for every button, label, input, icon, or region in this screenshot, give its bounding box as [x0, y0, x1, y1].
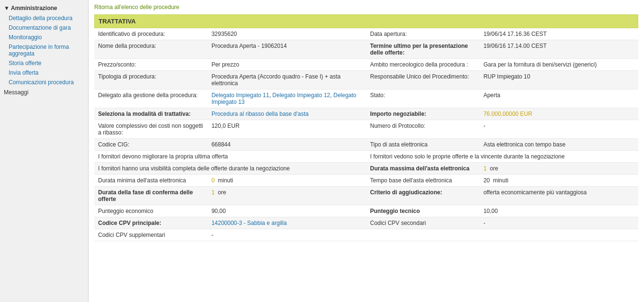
table-row: Seleziona la modalità di trattativa: Pro…	[94, 108, 638, 120]
value-durata-massima: 1 ore	[479, 163, 638, 175]
label-tipo-asta: Tipo di asta elettronica	[366, 139, 480, 151]
value-ambito: Gara per la fornitura di beni/servizi (g…	[479, 59, 638, 71]
table-row: Durata della fase di conferma delle offe…	[94, 187, 638, 205]
sidebar-item-messaggi[interactable]: Messaggi	[0, 87, 88, 97]
sidebar-item-monitoraggio[interactable]: Monitoraggio	[0, 33, 88, 42]
tempo-base-num: 20	[483, 177, 489, 184]
value-modalita: Procedura al ribasso della base d'asta	[208, 108, 366, 120]
label-criterio: Criterio di aggiudicazione:	[366, 187, 480, 205]
value-fornitori-migliorare: I fornitori devono migliorare la propria…	[94, 151, 366, 163]
label-nome-procedura: Nome della procedura:	[94, 40, 208, 59]
value-prezzo: Per prezzo	[208, 59, 366, 71]
durata-conferma-num: 1	[211, 189, 215, 196]
value-delegato: Delegato Impiegato 11, Delegato Impiegat…	[208, 89, 366, 108]
cpv-principale-link[interactable]: 14200000-3 - Sabbia e argilla	[211, 220, 287, 226]
durata-massima-num: 1	[483, 165, 487, 172]
value-punteggio-tec: 10,00	[479, 205, 638, 217]
label-delegato: Delegato alla gestione della procedura:	[94, 89, 208, 108]
value-punteggio-eco: 90,00	[208, 205, 366, 217]
sidebar-item-dettaglio[interactable]: Dettaglio della procedura	[0, 13, 88, 23]
label-punteggio-eco: Punteggio economico	[94, 205, 208, 217]
value-cpv-supplementari: -	[208, 229, 366, 241]
value-termine: 19/06/16 17.14.00 CEST	[479, 40, 638, 59]
value-protocollo: -	[479, 120, 638, 139]
value-nome-procedura: Procedura Aperta - 19062014	[208, 40, 366, 59]
table-row: Codice CIG: 668844 Tipo di asta elettron…	[94, 139, 638, 151]
label-durata-minima: Durata minima dell'asta elettronica	[94, 175, 208, 187]
table-row: Punteggio economico 90,00 Punteggio tecn…	[94, 205, 638, 217]
label-stato: Stato:	[366, 89, 480, 108]
value-data-apertura: 19/06/14 17.16.36 CEST	[479, 28, 638, 40]
modalita-link[interactable]: Procedura al ribasso della base d'asta	[211, 111, 309, 117]
value-tipo-asta: Asta elettronica con tempo base	[479, 139, 638, 151]
label-tempo-base: Tempo base dell'asta elettronica	[366, 175, 480, 187]
label-ambito: Ambito merceologico della procedura :	[366, 59, 480, 71]
value-empty	[479, 229, 638, 241]
value-cig: 668844	[208, 139, 366, 151]
label-termine: Termine ultimo per la presentazione dell…	[366, 40, 480, 59]
sidebar-item-invia[interactable]: Invia offerta	[0, 68, 88, 78]
durata-minima-num: 0	[211, 177, 215, 184]
label-protocollo: Numero di Protocollo:	[366, 120, 480, 139]
main-content: Ritorna all'elenco delle procedure TRATT…	[89, 0, 644, 302]
label-cig: Codice CIG:	[94, 139, 208, 151]
table-row-full-alt: I fornitori hanno una visibilità complet…	[94, 163, 638, 175]
delegato-link-2[interactable]: Delegato Impiegato 12	[272, 92, 330, 99]
value-cpv-principale: 14200000-3 - Sabbia e argilla	[208, 217, 366, 229]
value-tipologia: Procedura Aperta (Accordo quadro - Fase …	[208, 71, 366, 89]
table-row: Prezzo/sconto: Per prezzo Ambito merceol…	[94, 59, 638, 71]
label-durata-conferma: Durata della fase di conferma delle offe…	[94, 187, 208, 205]
table-row: Identificativo di procedura: 32935620 Da…	[94, 28, 638, 40]
value-criterio: offerta economicamente più vantaggiosa	[479, 187, 638, 205]
section-header: TRATTATIVA	[94, 14, 638, 28]
detail-table: Identificativo di procedura: 32935620 Da…	[94, 28, 638, 241]
sidebar-arrow-icon: ▼	[4, 5, 10, 11]
tempo-base-unit: minuti	[493, 177, 508, 184]
value-stato: Aperta	[479, 89, 638, 108]
value-importo: 76.000,00000 EUR	[479, 108, 638, 120]
delegato-link-1[interactable]: Delegato Impiegato 11	[211, 92, 269, 99]
value-fornitori-vedono: I fornitori vedono solo le proprie offer…	[366, 151, 639, 163]
label-cpv-principale: Codice CPV principale:	[94, 217, 208, 229]
sidebar-item-comunicazioni[interactable]: Comunicazioni procedura	[0, 78, 88, 87]
label-importo: Importo negoziabile:	[366, 108, 480, 120]
sidebar-item-partecipazione[interactable]: Partecipazione in forma aggregata	[0, 42, 88, 58]
sidebar-item-documentazione[interactable]: Documentazione di gara	[0, 23, 88, 33]
table-row: Durata minima dell'asta elettronica 0 mi…	[94, 175, 638, 187]
label-durata-massima: Durata massima dell'asta elettronica	[366, 163, 480, 175]
label-data-apertura: Data apertura:	[366, 28, 480, 40]
table-row: Codici CPV supplementari -	[94, 229, 638, 241]
value-cpv-secondari: -	[479, 217, 638, 229]
table-row: Valore complessivo dei costi non soggett…	[94, 120, 638, 139]
label-empty	[366, 229, 480, 241]
value-durata-minima: 0 minuti	[208, 175, 366, 187]
label-cpv-secondari: Codici CPV secondari	[366, 217, 480, 229]
table-row: Nome della procedura: Procedura Aperta -…	[94, 40, 638, 59]
sidebar: ▼ Amministrazione Dettaglio della proced…	[0, 0, 89, 302]
value-fornitori-visibilita: I fornitori hanno una visibilità complet…	[94, 163, 366, 175]
label-identificativo: Identificativo di procedura:	[94, 28, 208, 40]
label-tipologia: Tipologia di procedura:	[94, 71, 208, 89]
value-valore-costi: 120,0 EUR	[208, 120, 366, 139]
label-punteggio-tec: Punteggio tecnico	[366, 205, 480, 217]
value-tempo-base: 20 minuti	[479, 175, 638, 187]
sidebar-item-storia[interactable]: Storia offerte	[0, 58, 88, 68]
table-row: Delegato alla gestione della procedura: …	[94, 89, 638, 108]
table-row: Tipologia di procedura: Procedura Aperta…	[94, 71, 638, 89]
label-cpv-supplementari: Codici CPV supplementari	[94, 229, 208, 241]
table-row: Codice CPV principale: 14200000-3 - Sabb…	[94, 217, 638, 229]
label-rup: Responsabile Unico del Procedimento:	[366, 71, 480, 89]
durata-minima-unit: minuti	[218, 177, 233, 184]
value-durata-conferma: 1 ore	[208, 187, 366, 205]
label-valore-costi: Valore complessivo dei costi non soggett…	[94, 120, 208, 139]
sidebar-section-admin[interactable]: ▼ Amministrazione	[0, 3, 88, 13]
durata-massima-unit: ore	[490, 165, 498, 172]
label-modalita: Seleziona la modalità di trattativa:	[94, 108, 208, 120]
label-prezzo: Prezzo/sconto:	[94, 59, 208, 71]
value-rup: RUP Impiegato 10	[479, 71, 638, 89]
value-identificativo: 32935620	[208, 28, 366, 40]
back-link[interactable]: Ritorna all'elenco delle procedure	[94, 4, 638, 11]
table-row-full: I fornitori devono migliorare la propria…	[94, 151, 638, 163]
durata-conferma-unit: ore	[218, 189, 226, 196]
